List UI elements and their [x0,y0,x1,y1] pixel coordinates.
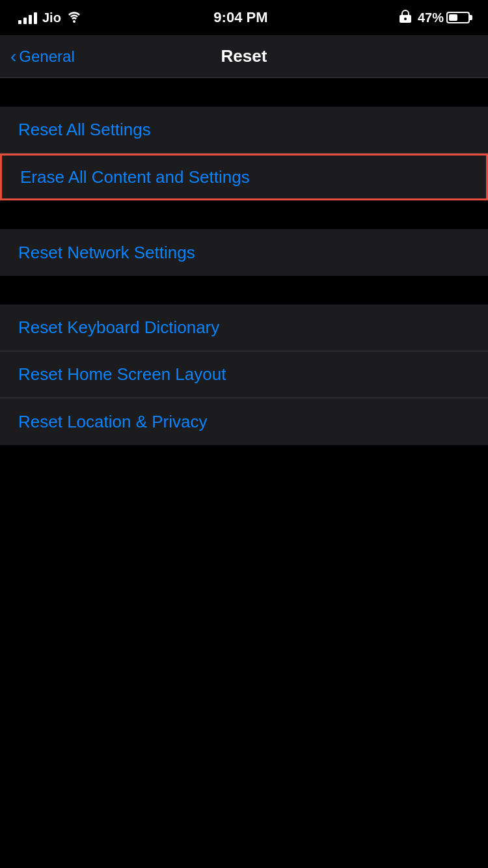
status-right: 47% [400,10,470,25]
status-time: 9:04 PM [213,9,267,26]
battery-icon [446,12,470,23]
carrier-name: Jio [42,10,61,25]
svg-point-0 [73,20,75,23]
bottom-space [0,445,488,705]
section-spacer-2 [0,200,488,229]
reset-location-privacy-label: Reset Location & Privacy [18,412,207,432]
reset-section-1: Reset All Settings Erase All Content and… [0,107,488,200]
erase-all-content-label: Erase All Content and Settings [20,167,250,187]
section-spacer-1 [0,78,488,107]
back-chevron-icon: ‹ [10,47,16,66]
section-spacer-3 [0,276,488,305]
status-bar: Jio 9:04 PM 47% [0,0,488,35]
reset-location-privacy-item[interactable]: Reset Location & Privacy [0,398,488,445]
battery-indicator: 47% [418,10,470,25]
reset-network-label: Reset Network Settings [18,243,195,263]
navigation-bar: ‹ General Reset [0,35,488,78]
page-title: Reset [221,46,267,66]
reset-network-item[interactable]: Reset Network Settings [0,229,488,276]
reset-home-screen-label: Reset Home Screen Layout [18,364,226,385]
lock-icon [400,10,411,25]
wifi-icon [66,10,82,26]
reset-section-2: Reset Network Settings [0,229,488,276]
back-button[interactable]: ‹ General [10,47,75,66]
status-left: Jio [18,10,82,26]
reset-section-3: Reset Keyboard Dictionary Reset Home Scr… [0,305,488,445]
reset-home-screen-item[interactable]: Reset Home Screen Layout [0,351,488,398]
reset-all-settings-item[interactable]: Reset All Settings [0,107,488,154]
back-label: General [19,47,74,66]
reset-keyboard-item[interactable]: Reset Keyboard Dictionary [0,305,488,351]
battery-percent: 47% [418,10,444,25]
reset-all-settings-label: Reset All Settings [18,120,151,140]
reset-keyboard-label: Reset Keyboard Dictionary [18,318,219,338]
erase-all-content-item[interactable]: Erase All Content and Settings [0,154,488,200]
signal-bars-icon [18,11,37,24]
